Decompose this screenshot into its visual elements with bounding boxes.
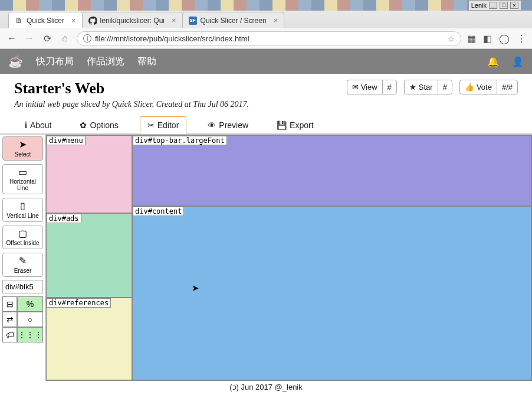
toolbar-minibuttons: ⊟ % ⇄ ○ 🏷 ⋮⋮⋮ bbox=[2, 296, 43, 342]
tab-options[interactable]: ✿Options bbox=[73, 117, 125, 133]
qr-icon[interactable]: ▦ bbox=[467, 33, 476, 44]
tab-label: Editor bbox=[157, 120, 179, 130]
tool-offset-inside[interactable]: ▢ Offset Inside bbox=[2, 226, 43, 250]
crop-icon: ✂ bbox=[147, 120, 155, 130]
tab-about[interactable]: iAbout bbox=[18, 117, 58, 133]
view-label: View bbox=[361, 83, 377, 92]
window-close-icon[interactable]: × bbox=[510, 2, 518, 9]
eye-icon: 👁 bbox=[208, 120, 216, 130]
tool-select[interactable]: ➤ Select bbox=[2, 136, 43, 161]
browser-tab[interactable]: 🗎 Quick Slicer × bbox=[8, 12, 83, 28]
vote-label: Vote bbox=[477, 83, 492, 92]
extension-icon[interactable]: ◧ bbox=[483, 33, 492, 44]
url-text: file:///mnt/istore/pub/quickslicer/src/i… bbox=[95, 34, 444, 43]
close-icon[interactable]: × bbox=[172, 16, 176, 25]
region-ads[interactable]: div#ads bbox=[46, 213, 132, 298]
info-icon: i bbox=[25, 120, 27, 130]
os-decoration bbox=[0, 0, 532, 11]
editor-area: ➤ Select ▭ Horizontal Line ▯ Vertical Li… bbox=[0, 134, 532, 381]
mini-swap-button[interactable]: ⇄ bbox=[2, 312, 17, 327]
sf-icon: SF bbox=[189, 17, 197, 25]
coffee-logo-icon[interactable]: ☕ bbox=[8, 54, 23, 68]
header-actions: ✉View # ★Star # 👍Vote #/# bbox=[347, 80, 518, 94]
envelope-icon: ✉ bbox=[352, 83, 359, 92]
close-icon[interactable]: × bbox=[71, 16, 76, 25]
window-minimize-icon[interactable]: _ bbox=[489, 2, 497, 9]
forward-button[interactable]: → bbox=[24, 33, 35, 44]
layout-canvas[interactable]: div#menu div#ads div#references div#top-… bbox=[46, 135, 532, 381]
browser-extension-icons: ▦ ◧ ◯ ⋮ bbox=[467, 33, 526, 44]
footer-text: (ɔ) Jun 2017 @_lenik bbox=[0, 381, 532, 393]
mini-percent-button[interactable]: % bbox=[17, 296, 43, 312]
browser-tab-label: lenik/quickslicer: Qui bbox=[100, 17, 165, 25]
save-icon: 💾 bbox=[277, 120, 287, 130]
os-user-badge: Lenik _ □ × bbox=[468, 0, 521, 11]
region-label: div#ads bbox=[47, 214, 81, 223]
window-maximize-icon[interactable]: □ bbox=[500, 2, 508, 9]
info-icon[interactable]: i bbox=[83, 34, 91, 43]
region-references[interactable]: div#references bbox=[46, 298, 132, 380]
region-label: div#top-bar.largeFont bbox=[133, 136, 227, 145]
offset-icon: ▢ bbox=[18, 229, 27, 239]
app-navbar: ☕ 快刀布局 作品浏览 帮助 🔔 👤 bbox=[0, 49, 532, 74]
os-username: Lenik bbox=[471, 2, 487, 9]
thumbs-up-icon: 👍 bbox=[465, 83, 474, 92]
star-icon: ★ bbox=[409, 83, 416, 92]
bookmark-star-icon[interactable]: ☆ bbox=[448, 34, 455, 43]
browser-tab[interactable]: SF Quick Slicer / Screen × bbox=[182, 12, 285, 28]
nav-link-layout[interactable]: 快刀布局 bbox=[36, 56, 74, 68]
region-top-bar[interactable]: div#top-bar.largeFont bbox=[132, 135, 531, 206]
menu-icon[interactable]: ⋮ bbox=[517, 33, 526, 44]
eraser-icon: ✎ bbox=[19, 256, 27, 266]
tab-preview[interactable]: 👁Preview bbox=[201, 117, 255, 133]
back-button[interactable]: ← bbox=[6, 33, 18, 44]
region-menu[interactable]: div#menu bbox=[46, 135, 132, 213]
browser-tab[interactable]: lenik/quickslicer: Qui × bbox=[82, 12, 183, 28]
profile-icon[interactable]: ◯ bbox=[499, 33, 510, 44]
tool-hline[interactable]: ▭ Horizontal Line bbox=[2, 164, 43, 195]
tab-label: Export bbox=[290, 120, 313, 130]
star-count-badge: # bbox=[438, 80, 452, 94]
tab-editor[interactable]: ✂Editor bbox=[140, 116, 187, 134]
nav-link-help[interactable]: 帮助 bbox=[137, 56, 156, 68]
close-icon[interactable]: × bbox=[274, 16, 278, 25]
pointer-icon: ➤ bbox=[19, 139, 27, 150]
mini-tag-button[interactable]: 🏷 bbox=[2, 327, 17, 342]
reload-button[interactable]: ⟳ bbox=[41, 33, 53, 44]
home-button[interactable]: ⌂ bbox=[59, 33, 71, 44]
tool-vline[interactable]: ▯ Vertical Line bbox=[2, 198, 43, 222]
bell-icon[interactable]: 🔔 bbox=[487, 56, 499, 67]
page-header: Starter's Web An initial web page sliced… bbox=[0, 74, 532, 114]
tab-export[interactable]: 💾Export bbox=[270, 117, 320, 133]
view-button[interactable]: ✉View bbox=[347, 80, 382, 94]
mini-equal-button[interactable]: ⊟ bbox=[2, 296, 17, 312]
tool-label: Select bbox=[15, 151, 31, 158]
tool-label: Horizontal Line bbox=[4, 178, 41, 191]
mini-circle-button[interactable]: ○ bbox=[17, 312, 43, 327]
nav-link-browse[interactable]: 作品浏览 bbox=[87, 56, 124, 68]
region-content[interactable]: div#content bbox=[132, 206, 531, 380]
vote-count-badge: #/# bbox=[497, 80, 518, 94]
tool-eraser[interactable]: ✎ Eraser bbox=[2, 253, 43, 277]
app-tabs: iAbout ✿Options ✂Editor 👁Preview 💾Export bbox=[0, 114, 532, 134]
tool-label: Offset Inside bbox=[6, 240, 40, 246]
tab-label: About bbox=[30, 120, 52, 130]
browser-tab-label: Quick Slicer bbox=[27, 17, 64, 25]
vote-button[interactable]: 👍Vote bbox=[459, 80, 497, 94]
browser-tabstrip: 🗎 Quick Slicer × lenik/quickslicer: Qui … bbox=[0, 11, 532, 28]
browser-toolbar: ← → ⟳ ⌂ i file:///mnt/istore/pub/quicksl… bbox=[0, 28, 532, 48]
browser-tab-label: Quick Slicer / Screen bbox=[201, 17, 267, 25]
selector-input[interactable] bbox=[2, 280, 43, 293]
tool-label: Vertical Line bbox=[6, 213, 38, 219]
region-label: div#references bbox=[47, 298, 111, 308]
user-icon[interactable]: 👤 bbox=[512, 56, 524, 67]
gear-icon: ✿ bbox=[80, 120, 87, 130]
region-label: div#menu bbox=[47, 136, 86, 145]
tool-label: Eraser bbox=[14, 267, 31, 274]
star-label: Star bbox=[419, 83, 433, 92]
url-input[interactable]: i file:///mnt/istore/pub/quickslicer/src… bbox=[77, 31, 461, 46]
vline-icon: ▯ bbox=[20, 201, 25, 211]
page-subtitle: An initial web page sliced by Quick Slic… bbox=[14, 100, 249, 109]
star-button[interactable]: ★Star bbox=[404, 80, 438, 94]
mini-grid-button[interactable]: ⋮⋮⋮ bbox=[17, 327, 43, 342]
